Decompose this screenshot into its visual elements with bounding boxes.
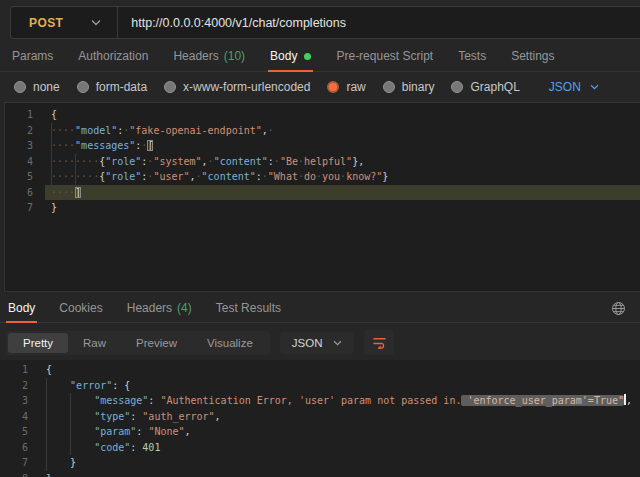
code-token: ····	[51, 187, 75, 198]
view-preview[interactable]: Preview	[121, 333, 192, 353]
tab-label: Authorization	[78, 49, 148, 63]
url-input[interactable]: http://0.0.0.0:4000/v1/chat/completions	[118, 16, 346, 30]
code-text: }	[45, 200, 640, 216]
line-number: 2	[0, 378, 40, 394]
code-token: "message"	[94, 395, 148, 406]
body-type-binary[interactable]: binary	[383, 80, 435, 94]
tab-label: Test Results	[216, 301, 281, 315]
line-number: 6	[5, 185, 45, 201]
tab-count-badge: (10)	[224, 49, 245, 63]
code-token: "user"	[153, 171, 189, 182]
body-type-raw[interactable]: raw	[327, 80, 365, 94]
response-tab-test-results[interactable]: Test Results	[216, 294, 281, 322]
code-token: "error"	[70, 380, 112, 391]
response-format-select[interactable]: JSON	[280, 332, 355, 354]
code-token: }	[70, 457, 76, 468]
code-line: 5········{"role":·"user",·"content":·"Wh…	[5, 169, 640, 185]
code-line: 6····]	[5, 185, 640, 201]
code-token: "Be	[280, 156, 298, 167]
code-text: ····]	[45, 185, 640, 201]
selected-text: 'enforce_user_param'=True"	[461, 395, 624, 406]
response-tab-headers[interactable]: Headers(4)	[127, 294, 192, 322]
response-view-toolbar: PrettyRawPreviewVisualize JSON	[0, 330, 640, 355]
radio-label: GraphQL	[470, 80, 519, 94]
tab-label: Tests	[458, 49, 486, 63]
tab-label: Cookies	[59, 301, 102, 315]
green-status-dot-icon	[304, 53, 311, 60]
code-text: {	[40, 362, 640, 378]
code-line: 2····"model":·"fake-openai-endpoint",·	[5, 123, 640, 139]
wrap-text-button[interactable]	[364, 330, 394, 355]
code-line: 3 "message": "Authentication Error, 'use…	[0, 393, 640, 409]
tab-label: Settings	[511, 49, 554, 63]
code-token: }	[382, 171, 388, 182]
radio-icon	[164, 81, 176, 93]
view-visualize[interactable]: Visualize	[192, 333, 268, 353]
tab-tests[interactable]: Tests	[458, 41, 486, 71]
code-text: {	[45, 107, 640, 123]
code-token	[46, 380, 70, 391]
code-token: :	[148, 395, 160, 406]
response-tab-body[interactable]: Body	[8, 294, 35, 322]
code-token: ····	[51, 125, 75, 136]
body-type-graphql[interactable]: GraphQL	[451, 80, 519, 94]
code-token: "system"	[153, 156, 201, 167]
request-format-select[interactable]: JSON	[549, 80, 599, 94]
code-token: "What	[268, 171, 298, 182]
request-format-label: JSON	[549, 80, 581, 94]
code-line: 4 "type": "auth_error",	[0, 409, 640, 425]
code-line: 6 "code": 401	[0, 440, 640, 456]
view-raw[interactable]: Raw	[68, 333, 121, 353]
response-format-label: JSON	[292, 337, 323, 349]
response-tabs: BodyCookiesHeaders(4)Test Results	[8, 294, 281, 322]
radio-label: x-www-form-urlencoded	[183, 80, 310, 94]
code-text: "error": {	[40, 378, 640, 394]
radio-label: none	[33, 80, 60, 94]
response-tab-cookies[interactable]: Cookies	[59, 294, 102, 322]
code-token: }	[51, 202, 57, 213]
tab-params[interactable]: Params	[12, 41, 53, 71]
active-tab-underline	[268, 70, 313, 72]
method-selector[interactable]: POST	[11, 16, 117, 30]
body-type-form-data[interactable]: form-data	[77, 80, 147, 94]
tab-headers[interactable]: Headers(10)	[173, 41, 245, 71]
code-token: :	[130, 442, 142, 453]
code-line: 5 "param": "None",	[0, 424, 640, 440]
globe-icon[interactable]	[611, 301, 626, 316]
tab-label: Headers	[173, 49, 218, 63]
tab-body[interactable]: Body	[270, 41, 311, 71]
code-text: "param": "None",	[40, 424, 640, 440]
matched-bracket: [	[147, 140, 153, 151]
radio-label: binary	[402, 80, 435, 94]
line-number: 5	[5, 169, 45, 185]
line-number: 5	[0, 424, 40, 440]
line-number: 7	[5, 200, 45, 216]
code-token: "role"	[105, 171, 141, 182]
view-pretty[interactable]: Pretty	[8, 333, 68, 353]
tab-settings[interactable]: Settings	[511, 41, 554, 71]
code-token: "content"	[202, 171, 256, 182]
code-text: "code": 401	[40, 440, 640, 456]
tab-pre-request-script[interactable]: Pre-request Script	[336, 41, 433, 71]
chevron-down-icon	[91, 19, 101, 26]
indent-guide	[46, 378, 47, 471]
request-body-editor[interactable]: 1{2····"model":·"fake-openai-endpoint",·…	[5, 103, 640, 216]
code-token: "content"	[214, 156, 268, 167]
active-tab-underline	[6, 321, 37, 323]
body-type-x-www-form-urlencoded[interactable]: x-www-form-urlencoded	[164, 80, 310, 94]
response-body-editor[interactable]: 1{2 "error": {3 "message": "Authenticati…	[0, 360, 640, 477]
code-text: ········{"role":·"system",·"content":·"B…	[45, 154, 640, 170]
tab-label: Headers	[127, 301, 172, 315]
code-token: {	[46, 364, 52, 375]
body-type-none[interactable]: none	[14, 80, 60, 94]
line-number: 8	[0, 471, 40, 477]
code-line: 1{	[0, 362, 640, 378]
code-token: "fake-openai-endpoint"	[129, 125, 261, 136]
tab-authorization[interactable]: Authorization	[78, 41, 148, 71]
code-text: "type": "auth_error",	[40, 409, 640, 425]
request-url-bar: POST http://0.0.0.0:4000/v1/chat/complet…	[10, 6, 640, 39]
radio-icon	[14, 81, 26, 93]
indent-guide	[75, 154, 76, 185]
chevron-down-icon	[590, 84, 599, 90]
body-type-row: noneform-datax-www-form-urlencodedrawbin…	[0, 72, 640, 102]
